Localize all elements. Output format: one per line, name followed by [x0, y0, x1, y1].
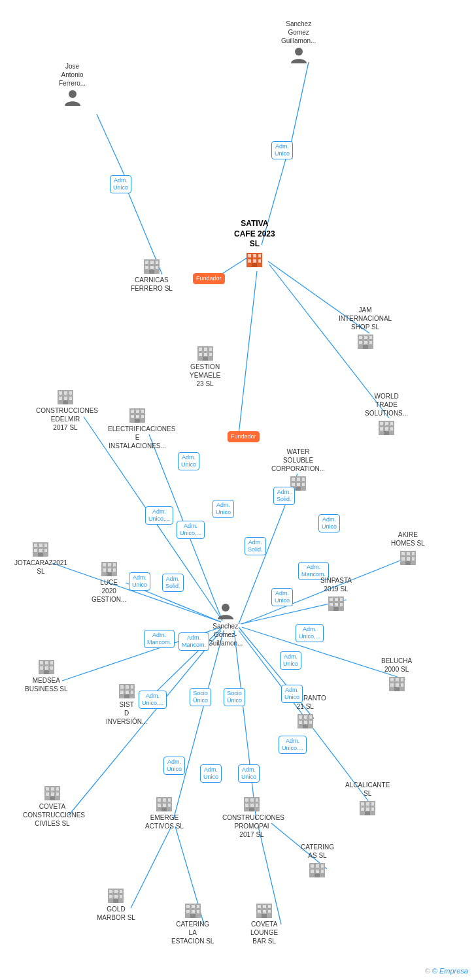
node-construcciones-promopai[interactable]: CONSTRUCCIONESPROMOPAI2017 SL — [222, 794, 281, 839]
svg-rect-163 — [51, 792, 54, 796]
svg-rect-84 — [135, 419, 140, 423]
badge-adm-jose[interactable]: Adm.Unico — [110, 175, 131, 193]
svg-rect-151 — [390, 678, 394, 681]
badge-adm-unico-area[interactable]: Adm.Unico — [271, 588, 293, 606]
svg-rect-127 — [40, 661, 43, 664]
node-belucha[interactable]: BELUCHA2000 SL — [381, 657, 412, 693]
svg-rect-103 — [108, 563, 111, 566]
svg-rect-113 — [330, 603, 333, 606]
svg-rect-199 — [109, 890, 112, 893]
svg-rect-55 — [364, 336, 367, 339]
node-catering-estacion[interactable]: CATERINGLAESTACION SL — [171, 900, 214, 945]
svg-rect-39 — [150, 261, 154, 264]
svg-rect-216 — [263, 905, 266, 908]
node-sanchez-main[interactable]: SanchezGomez-Guillamon... — [208, 601, 243, 647]
svg-rect-119 — [407, 552, 410, 555]
badge-adm-unico-mid2[interactable]: Adm.Unico,... — [177, 521, 205, 539]
svg-rect-217 — [268, 905, 271, 908]
badge-adm-sanchez-top[interactable]: Adm.Unico — [271, 141, 293, 159]
node-sinpasta[interactable]: SINPASTA2019 SL — [320, 576, 352, 613]
badge-socio-unico1[interactable]: SocioÚnico — [190, 688, 211, 706]
node-medsea[interactable]: MEDSEABUSINESS SL — [25, 657, 68, 693]
svg-rect-207 — [186, 905, 190, 908]
badge-adm-unico-const1[interactable]: Adm.Unico — [200, 764, 222, 783]
svg-rect-62 — [380, 422, 383, 425]
badge-adm-solid2[interactable]: Adm.Solid. — [245, 537, 266, 555]
node-gold-marbor[interactable]: GOLDMARBOR SL — [97, 885, 135, 922]
svg-rect-171 — [163, 804, 166, 807]
node-coveta-lounge[interactable]: COVETALOUNGEBAR SL — [250, 900, 278, 945]
svg-rect-86 — [292, 478, 295, 481]
svg-rect-36 — [252, 263, 257, 267]
svg-rect-82 — [136, 415, 139, 418]
badge-socio-unico2[interactable]: SocioÚnico — [224, 688, 245, 706]
svg-rect-215 — [258, 905, 261, 908]
badge-adm-solid1[interactable]: Adm.Solid. — [273, 487, 295, 505]
svg-rect-116 — [333, 607, 339, 611]
node-emerge[interactable]: EMERGEACTIVOS SL — [145, 794, 184, 830]
building-icon-medsea — [37, 657, 56, 676]
svg-point-125 — [222, 604, 230, 612]
svg-rect-38 — [145, 261, 148, 264]
badge-adm-unico-5[interactable]: Adm.Unico,... — [296, 624, 324, 642]
svg-rect-63 — [385, 422, 388, 425]
building-icon-jam — [356, 331, 375, 351]
building-icon-gold-marbor — [106, 885, 126, 905]
node-jam[interactable]: JAMINTERNACIONALSHOP SL — [339, 306, 392, 351]
node-sinpasta-label: SINPASTA2019 SL — [320, 576, 352, 593]
svg-rect-195 — [316, 870, 319, 873]
badge-adm-solid-luce[interactable]: Adm.Solid. — [162, 574, 184, 592]
node-luce[interactable]: LUCE2020GESTION... — [92, 559, 126, 604]
badge-adm-unico-dam2[interactable]: Adm.Unico.... — [279, 736, 307, 754]
node-akire[interactable]: AKIREHOMES SL — [391, 531, 425, 567]
svg-rect-149 — [303, 725, 308, 728]
node-gestion-yemaele[interactable]: GESTIONYEMAELE23 SL — [190, 343, 220, 388]
svg-rect-130 — [40, 666, 43, 670]
node-sativa[interactable]: SATIVACAFE 2023SL — [234, 219, 275, 269]
badge-adm-mancom3[interactable]: Adm.Mancom. — [178, 632, 209, 651]
svg-rect-153 — [401, 678, 403, 681]
svg-rect-30 — [248, 254, 251, 257]
badge-adm-unico-emerge[interactable]: Adm.Unico — [163, 757, 185, 775]
building-icon-coveta-const — [42, 783, 62, 802]
node-jotacaraz[interactable]: JOTACARAZ2021SL — [14, 539, 67, 576]
svg-rect-56 — [369, 336, 372, 339]
node-electrificaciones[interactable]: ELECTRIFICACIONESEINSTALACIONES... — [108, 405, 167, 450]
badge-adm-unico-luce[interactable]: Adm.Unico — [129, 572, 150, 591]
badge-adm-unico-sd[interactable]: Adm.Unico,... — [139, 691, 167, 709]
badge-adm-unico-mid3[interactable]: Adm.Unico — [212, 500, 234, 518]
badge-adm-unico-mid1[interactable]: Adm.Unico,... — [145, 506, 173, 525]
svg-rect-141 — [124, 694, 129, 698]
badge-adm-unico-ws[interactable]: Adm.Unico — [318, 514, 340, 532]
svg-rect-66 — [385, 427, 388, 431]
svg-rect-95 — [39, 544, 42, 547]
svg-rect-218 — [258, 910, 261, 913]
svg-rect-193 — [321, 864, 324, 868]
node-alcalicante[interactable]: ALCALICANTESL — [345, 781, 390, 817]
node-carnicas[interactable]: CARNICASFERRERO SL — [131, 256, 173, 293]
node-jose-antonio[interactable]: Jose Antonio Ferrero... — [59, 62, 86, 108]
badge-adm-electrif[interactable]: Adm.Unico — [178, 452, 199, 470]
node-water-soluble[interactable]: WATERSOLUBLECORPORATION... — [271, 448, 325, 493]
building-icon-jotacaraz — [31, 539, 50, 559]
node-jam-label: JAMINTERNACIONALSHOP SL — [339, 306, 392, 331]
svg-rect-184 — [366, 802, 369, 806]
node-coveta-const[interactable]: COVETACONSTRUCCIONESCIVILES SL — [23, 783, 82, 828]
node-construcciones-edelmir[interactable]: CONSTRUCCIONESEDELMIR2017 SL — [36, 387, 95, 432]
badge-adm-unico-dam[interactable]: Adm.Unico — [281, 685, 303, 703]
node-catering-as[interactable]: CATERINGAS SL — [301, 843, 334, 879]
node-world-trade[interactable]: WORLDTRADESOLUTIONS... — [365, 392, 408, 437]
badge-fundador-gestion[interactable]: Fundador — [228, 431, 260, 442]
svg-rect-160 — [51, 787, 54, 791]
svg-rect-106 — [108, 568, 111, 572]
svg-rect-72 — [69, 391, 72, 395]
svg-rect-129 — [50, 661, 53, 664]
badge-adm-unico-const2[interactable]: Adm.Unico — [238, 764, 260, 783]
badge-adm-unico-6[interactable]: Adm.Unico — [280, 651, 301, 670]
node-sanchez-top[interactable]: SanchezGomezGuillamon... — [281, 20, 316, 66]
svg-point-27 — [69, 90, 76, 98]
badge-fundador-carnicas[interactable]: Fundador — [193, 273, 225, 284]
badge-adm-mancom2[interactable]: Adm.Mancom. — [144, 630, 175, 648]
svg-rect-203 — [114, 895, 118, 898]
svg-rect-51 — [209, 353, 212, 356]
